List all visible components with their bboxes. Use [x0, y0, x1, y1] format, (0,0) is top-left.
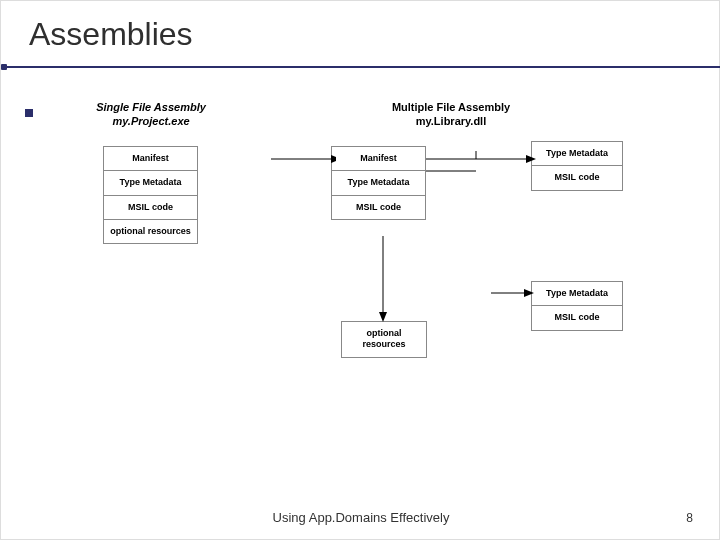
module-b-stack: Type Metadata MSIL code: [531, 281, 623, 331]
title-underline: [1, 66, 720, 68]
single-cell-msil: MSIL code: [104, 196, 197, 220]
slide-title: Assemblies: [29, 16, 193, 53]
multi-cell-manifest: Manifest: [332, 147, 425, 171]
single-file-stack: Manifest Type Metadata MSIL code optiona…: [103, 146, 198, 244]
module-b-msil: MSIL code: [532, 306, 622, 329]
multi-cell-msil: MSIL code: [332, 196, 425, 219]
single-heading-line2: my.Project.exe: [112, 115, 189, 127]
single-heading-line1: Single File Assembly: [96, 101, 206, 113]
single-cell-manifest: Manifest: [104, 147, 197, 171]
arrow-to-optional: [371, 236, 401, 326]
multi-optional-box: optional resources: [341, 321, 427, 358]
title-wrap: Assemblies: [29, 16, 193, 53]
single-cell-typemeta: Type Metadata: [104, 171, 197, 195]
module-a-typemeta: Type Metadata: [532, 142, 622, 166]
bullet-square: [25, 109, 33, 117]
multi-heading-line2: my.Library.dll: [416, 115, 487, 127]
multi-cell-typemeta: Type Metadata: [332, 171, 425, 195]
single-file-heading: Single File Assembly my.Project.exe: [91, 101, 211, 129]
module-a-msil: MSIL code: [532, 166, 622, 189]
slide: Assemblies Single File Assembly my.Proje…: [0, 0, 720, 540]
module-a-stack: Type Metadata MSIL code: [531, 141, 623, 191]
page-number: 8: [686, 511, 693, 525]
connector-manifest-to-module-a: [426, 151, 536, 171]
multi-heading-line1: Multiple File Assembly: [392, 101, 510, 113]
diagram-area: Single File Assembly my.Project.exe Mani…: [91, 101, 661, 481]
connector-manifest-branch: [426, 161, 486, 181]
single-cell-optional: optional resources: [104, 220, 197, 243]
footer-text: Using App.Domains Effectively: [1, 510, 720, 525]
underline-tick: [1, 64, 7, 70]
module-b-typemeta: Type Metadata: [532, 282, 622, 306]
arrow-to-multi-manifest: [261, 141, 336, 171]
multi-main-stack: Manifest Type Metadata MSIL code: [331, 146, 426, 220]
multi-file-heading: Multiple File Assembly my.Library.dll: [361, 101, 541, 129]
arrow-to-module-b: [491, 281, 536, 306]
